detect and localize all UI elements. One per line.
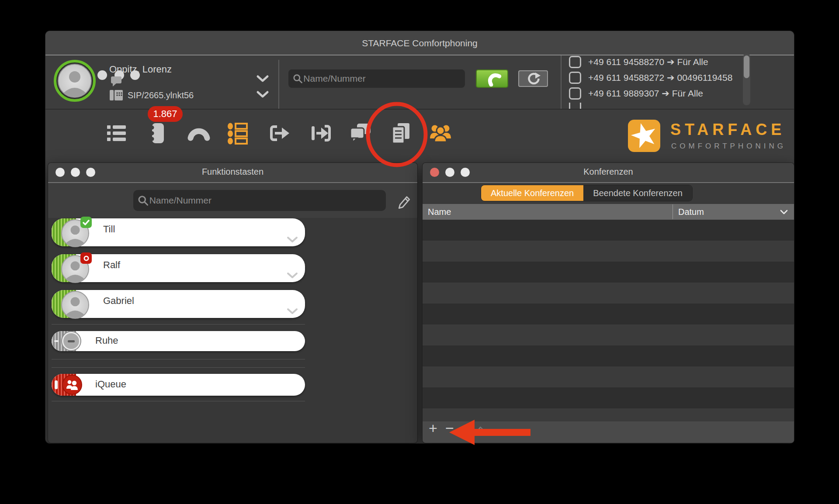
contact-name: Gabriel — [103, 295, 134, 307]
sip-account-label: SIP/2665.ylnkt56 — [128, 90, 194, 100]
konferenzen-panel: Konferenzen Aktuelle Konferenzen Beendet… — [423, 163, 794, 443]
column-datum[interactable]: Datum — [673, 207, 780, 217]
do-not-disturb-icon — [62, 332, 80, 350]
redirect-number-label: +49 611 94588270 ➔ Für Alle — [588, 57, 708, 67]
add-conference-button[interactable]: + — [429, 420, 437, 436]
edit-pencil-icon[interactable] — [396, 192, 413, 209]
konferenzen-tabs: Aktuelle Konferenzen Beendete Konferenze… — [481, 185, 692, 201]
contact-name: Till — [103, 224, 115, 235]
status-available-badge — [80, 217, 92, 228]
avatar-image — [58, 64, 92, 98]
divider — [52, 324, 305, 324]
funktionstasten-titlebar: Funktionstasten — [48, 163, 417, 183]
speed-dial-list-icon[interactable] — [226, 121, 250, 145]
refresh-button[interactable] — [518, 70, 548, 87]
user-name: Oppitz, Lorenz — [109, 64, 172, 75]
expand-chevron-icon[interactable] — [287, 272, 298, 279]
dnd-dash — [54, 340, 59, 342]
handset-icon — [482, 71, 502, 86]
tab-aktuelle-konferenzen[interactable]: Aktuelle Konferenzen — [481, 185, 583, 201]
column-name[interactable]: Name — [423, 207, 673, 217]
person-silhouette-icon — [59, 65, 91, 97]
person-silhouette-icon — [62, 292, 88, 318]
funktionstasten-panel: Funktionstasten — [48, 163, 417, 443]
function-key-till[interactable]: Till — [52, 218, 305, 246]
redirect-number-row-partial[interactable] — [569, 103, 787, 109]
function-key-ruhe[interactable]: Ruhe — [52, 331, 305, 351]
status-message-badge — [80, 252, 92, 264]
redirect-number-row[interactable]: +49 611 94588272 ➔ 00496119458 — [569, 71, 787, 84]
header-divider — [278, 60, 279, 109]
redirect-number-label: +49 611 9889307 ➔ Für Alle — [588, 88, 703, 99]
edit-pencil-icon[interactable] — [472, 423, 485, 436]
contact-name: Ralf — [103, 259, 120, 271]
window-close-button[interactable] — [97, 70, 107, 80]
queue-group-icon — [62, 375, 82, 395]
dial-search-input[interactable] — [302, 73, 461, 84]
divider — [52, 359, 305, 359]
main-toolbar: 1.867 — [45, 109, 794, 164]
function-key-iqueue[interactable]: iQueue — [52, 374, 305, 396]
divider — [52, 367, 305, 368]
header-divider-2 — [561, 55, 562, 109]
expand-chevron-icon[interactable] — [287, 308, 298, 314]
desktop: STARFACE Comfortphoning Oppitz, Lorenz — [0, 0, 839, 504]
chat-icon[interactable] — [349, 121, 372, 145]
function-key-gabriel[interactable]: Gabriel — [52, 290, 305, 318]
conference-footer: + − — [423, 421, 794, 443]
fax-journal-icon[interactable] — [389, 121, 413, 145]
funktionstasten-search-input[interactable] — [149, 195, 381, 206]
call-transfer-icon[interactable] — [309, 121, 332, 145]
call-forwarding-icon[interactable] — [267, 121, 291, 145]
redirect-checkbox[interactable] — [569, 87, 581, 100]
call-history-badge: 1.867 — [148, 106, 183, 122]
starface-logo-icon — [628, 120, 660, 152]
function-key-ralf[interactable]: Ralf — [52, 254, 305, 282]
function-key-name: Ruhe — [95, 335, 118, 346]
refresh-icon — [526, 72, 541, 86]
search-icon — [138, 195, 149, 206]
presence-chevron-down-icon[interactable] — [256, 75, 269, 83]
phone-account-icon — [109, 89, 123, 101]
redirect-checkbox[interactable] — [569, 103, 581, 109]
call-history-icon[interactable] — [187, 121, 211, 145]
sort-chevron-icon[interactable] — [780, 210, 788, 214]
queue-list-icon[interactable] — [105, 121, 128, 145]
logo-brand-text: STARFACE — [670, 121, 785, 139]
redirect-checkbox[interactable] — [569, 72, 581, 84]
conference-table-body — [423, 220, 794, 421]
queue-bar — [55, 380, 58, 389]
call-button[interactable] — [476, 69, 508, 88]
chat-status-icon — [111, 76, 122, 87]
address-book-icon[interactable] — [146, 121, 169, 145]
funktionstasten-title: Funktionstasten — [48, 167, 417, 177]
window-title: STARFACE Comfortphoning — [45, 38, 794, 48]
dial-search-field[interactable] — [288, 69, 465, 88]
redirect-checkbox[interactable] — [569, 56, 581, 68]
numbers-scrollbar-thumb[interactable] — [744, 55, 749, 78]
tab-beendete-konferenzen[interactable]: Beendete Konferenzen — [583, 185, 692, 201]
redirect-number-row[interactable]: +49 611 94588270 ➔ Für Alle — [569, 55, 787, 69]
main-titlebar: STARFACE Comfortphoning — [45, 31, 794, 55]
konferenzen-titlebar: Konferenzen — [423, 163, 794, 183]
contact-avatar — [61, 291, 89, 319]
redirect-number-row[interactable]: +49 611 9889307 ➔ Für Alle — [569, 87, 787, 100]
user-avatar[interactable] — [54, 60, 96, 102]
conference-table-header: Name Datum — [423, 204, 794, 220]
redirect-number-label: +49 611 94588272 ➔ 00496119458 — [588, 72, 732, 83]
search-icon — [293, 73, 302, 84]
logo-sub-text: COMFORTPHONING — [671, 142, 786, 151]
divider — [52, 401, 305, 401]
expand-chevron-icon[interactable] — [287, 236, 298, 243]
funktionstasten-search-field[interactable] — [133, 190, 386, 211]
konferenzen-title: Konferenzen — [423, 167, 794, 177]
conference-icon[interactable] — [429, 121, 452, 145]
function-key-name: iQueue — [95, 379, 126, 390]
account-chevron-down-icon[interactable] — [256, 90, 269, 98]
remove-conference-button[interactable]: − — [445, 420, 454, 436]
